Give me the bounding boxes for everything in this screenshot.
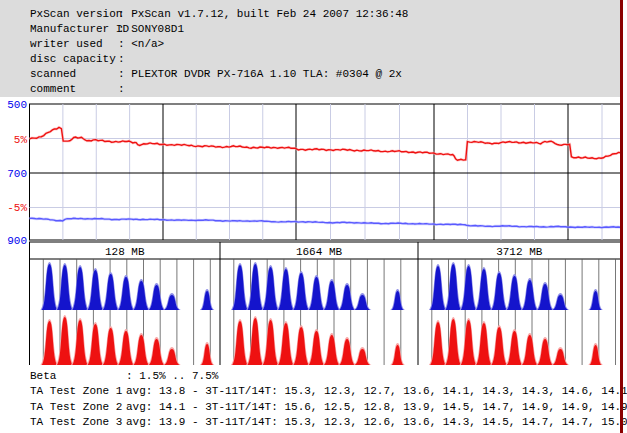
summary-label: TA Test Zone 2: [30, 400, 126, 415]
info-value: SONY08D1: [131, 23, 184, 35]
window-right-edge: [620, 0, 623, 433]
info-label: PxScan version: [30, 7, 118, 22]
y-axis-label: 900: [7, 235, 27, 247]
info-label: writer used: [30, 37, 118, 52]
info-row-writer: writer used: <n/a>: [30, 37, 408, 52]
info-colon: :: [118, 23, 125, 35]
y-axis-label: 700: [7, 168, 27, 180]
beta-summary-row: Beta: 1.5% .. 7.5%: [30, 369, 627, 384]
info-colon: :: [118, 68, 125, 80]
info-row-version: PxScan version: PxScan v1.7.12, built Fe…: [30, 7, 408, 22]
info-row-scanned: scanned: PLEXTOR DVDR PX-716A 1.10 TLA: …: [30, 67, 408, 82]
info-label: Manufacturer ID: [30, 22, 118, 37]
ta-zone1-row: TA Test Zone 1avg: 13.8 - 3T-11T/14T: 15…: [30, 384, 627, 399]
info-colon: :: [118, 8, 125, 20]
summary-label: TA Test Zone 1: [30, 384, 126, 399]
info-label: scanned: [30, 67, 118, 82]
mb-zone-label: 128 MB: [105, 246, 145, 258]
y-axis-label: -5%: [7, 202, 27, 214]
info-value: <n/a>: [131, 38, 164, 50]
summary-label: TA Test Zone 3: [30, 415, 126, 430]
info-value: PLEXTOR DVDR PX-716A 1.10 TLA: #0304 @ 2…: [131, 68, 402, 80]
scan-info-panel: PxScan version: PxScan v1.7.12, built Fe…: [0, 0, 620, 97]
info-label: comment: [30, 82, 118, 97]
info-label: disc capacity: [30, 52, 118, 67]
y-axis-label: 500: [7, 99, 27, 111]
info-colon: :: [118, 53, 125, 65]
summary-value: avg: 14.1 - 3T-11T/14T: 15.6, 12.5, 12.8…: [126, 401, 627, 413]
info-colon: :: [118, 83, 125, 95]
summary-value: : 1.5% .. 7.5%: [126, 370, 218, 382]
pxscan-scan-report: PxScan version: PxScan v1.7.12, built Fe…: [0, 0, 627, 433]
mb-zone-label: 3712 MB: [496, 246, 543, 258]
scan-info-rows: PxScan version: PxScan v1.7.12, built Fe…: [30, 7, 408, 97]
mb-zone-label: 1664 MB: [296, 246, 343, 258]
ta-zone3-row: TA Test Zone 3avg: 13.9 - 3T-11T/14T: 15…: [30, 415, 627, 430]
y-axis-label: 5%: [14, 134, 28, 146]
info-row-capacity: disc capacity:: [30, 52, 408, 67]
info-value: PxScan v1.7.12, built Feb 24 2007 12:36:…: [131, 8, 408, 20]
summary-value: avg: 13.8 - 3T-11T/14T: 15.3, 12.3, 12.7…: [126, 385, 627, 397]
summary-label: Beta: [30, 369, 126, 384]
ta-summary-rows: Beta: 1.5% .. 7.5% TA Test Zone 1avg: 13…: [30, 369, 627, 431]
info-row-comment: comment:: [30, 82, 408, 97]
info-row-manufacturer: Manufacturer ID: SONY08D1: [30, 22, 408, 37]
beta-ta-chart: 5005%700-5%900128 MB1664 MB3712 MB: [0, 97, 627, 368]
ta-zone2-row: TA Test Zone 2avg: 14.1 - 3T-11T/14T: 15…: [30, 400, 627, 415]
info-colon: :: [118, 38, 125, 50]
summary-value: avg: 13.9 - 3T-11T/14T: 15.3, 12.3, 12.6…: [126, 416, 627, 428]
